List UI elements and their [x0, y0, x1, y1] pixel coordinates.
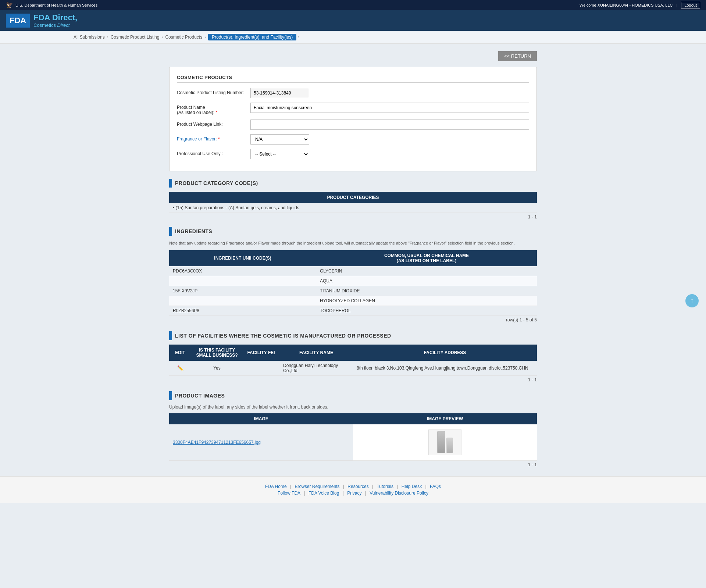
ingredients-header: INGREDIENTS [169, 227, 537, 236]
product-images-header: PRODUCT IMAGES [169, 391, 537, 400]
hhs-eagle-icon: 🦅 [6, 1, 13, 8]
ingredients-section: INGREDIENTS Note that any update regardi… [169, 227, 537, 324]
listing-number-label: Cosmetic Product Listing Number: [177, 88, 250, 95]
footer-help-desk[interactable]: Help Desk [402, 484, 422, 489]
product-categories-header: PRODUCT CATEGORIES [169, 192, 537, 203]
ingredients-table: INGREDIENT UNII CODE(S) COMMON, USUAL OR… [169, 250, 537, 316]
return-btn-row: << RETURN [169, 51, 537, 61]
product-images-note: Upload image(s) of the label, any sides … [169, 405, 537, 410]
product-images-title: PRODUCT IMAGES [175, 393, 225, 399]
ingredients-title: INGREDIENTS [175, 228, 212, 234]
webpage-link-label: Product Webpage Link: [177, 120, 250, 127]
professional-use-label: Professional Use Only : [177, 149, 250, 156]
image-header: IMAGE [169, 413, 353, 424]
ingredient-name-cell: AQUA [316, 276, 537, 286]
footer-resources[interactable]: Resources [347, 484, 368, 489]
edit-cell: ✏️ [169, 361, 191, 376]
blue-bar-icon-2 [169, 227, 172, 236]
logout-button[interactable]: Logout [681, 2, 700, 8]
footer-privacy[interactable]: Privacy [347, 491, 361, 496]
table-row: 3300F4AE41F9427394711213FE656657.jpg [169, 424, 537, 461]
ingredient-name-cell: GLYCERIN [316, 266, 537, 276]
blue-bar-icon [169, 179, 172, 188]
webpage-link-input[interactable] [250, 120, 529, 130]
return-button[interactable]: << RETURN [498, 51, 537, 61]
footer-fda-voice-blog[interactable]: FDA Voice Blog [309, 491, 339, 496]
ingredients-pagination: row(s) 1 - 5 of 5 [169, 316, 537, 324]
main-content: << RETURN COSMETIC PRODUCTS Cosmetic Pro… [169, 51, 537, 469]
product-image-preview [425, 427, 464, 458]
unii-header: INGREDIENT UNII CODE(S) [169, 250, 316, 266]
footer-browser-requirements[interactable]: Browser Requirements [295, 484, 339, 489]
fda-header: FDA FDA Direct, Cosmetics Direct [0, 10, 706, 31]
footer-follow-fda[interactable]: Follow FDA [278, 491, 300, 496]
fragrance-row: Fragrance or Flavor: * N/A Fragrance Fla… [177, 134, 529, 145]
category-pagination: 1 - 1 [169, 213, 537, 221]
cosmetic-products-card: COSMETIC PRODUCTS Cosmetic Product Listi… [169, 67, 537, 171]
image-file-link[interactable]: 3300F4AE41F9427394711213FE656657.jpg [173, 440, 261, 445]
product-images-section: PRODUCT IMAGES Upload image(s) of the la… [169, 391, 537, 469]
unii-cell: R0ZB2556P8 [169, 306, 316, 316]
facilities-title: LIST OF FACILITIES WHERE THE COSMETIC IS… [175, 333, 391, 339]
footer-fda-home[interactable]: FDA Home [265, 484, 287, 489]
ingredient-name-header: COMMON, USUAL OR CHEMICAL NAME(AS LISTED… [316, 250, 537, 266]
fragrance-link[interactable]: Fragrance or Flavor: [177, 136, 217, 142]
breadcrumb-all-submissions[interactable]: All Submissions [74, 35, 105, 40]
gov-bar: 🦅 U.S. Department of Health & Human Serv… [0, 0, 706, 10]
fei-cell [243, 361, 279, 376]
product-images-table: IMAGE IMAGE PREVIEW 3300F4AE41F942739471… [169, 413, 537, 461]
footer-row-2: Follow FDA | FDA Voice Blog | Privacy | … [6, 491, 700, 496]
image-preview-cell [353, 424, 537, 461]
preview-header: IMAGE PREVIEW [353, 413, 537, 424]
ingredient-name-cell: HYDROLYZED COLLAGEN [316, 296, 537, 306]
ingredient-name-cell: TITANIUM DIOXIDE [316, 286, 537, 296]
footer-vulnerability-disclosure[interactable]: Vulnerability Disclosure Policy [370, 491, 428, 496]
separator: | [676, 3, 677, 7]
scroll-top-button[interactable]: ↑ [685, 294, 699, 307]
listing-number-input[interactable] [250, 88, 309, 98]
fda-brand: FDA Direct, Cosmetics Direct [33, 13, 77, 28]
brand-main: FDA Direct, [33, 13, 77, 22]
brand-main-text: FDA Direct, [33, 13, 77, 22]
product-category-section: PRODUCT CATEGORY CODE(S) PRODUCT CATEGOR… [169, 179, 537, 221]
edit-icon[interactable]: ✏️ [177, 365, 183, 371]
edit-header: EDIT [169, 345, 191, 361]
webpage-link-row: Product Webpage Link: [177, 120, 529, 130]
ingredient-name-cell: TOCOPHEROL [316, 306, 537, 316]
fda-logo: FDA [6, 14, 30, 28]
product-name-input[interactable] [250, 103, 529, 113]
bottle-tall [437, 431, 445, 453]
fei-header: FACILITY FEI [243, 345, 279, 361]
professional-use-row: Professional Use Only : -- Select -- Yes… [177, 149, 529, 159]
facility-address-header: FACILITY ADDRESS [353, 345, 537, 361]
table-row: AQUA [169, 276, 537, 286]
product-category-title: PRODUCT CATEGORY CODE(S) [175, 180, 258, 186]
breadcrumb: All Submissions › Cosmetic Product Listi… [0, 31, 706, 44]
table-row: ✏️ Yes Dongguan Halyi Technology Co.,Ltd… [169, 361, 537, 376]
unii-cell: 15FIX9V2JP [169, 286, 316, 296]
small-business-header: IS THIS FACILITY SMALL BUSINESS? [191, 345, 243, 361]
professional-use-select[interactable]: -- Select -- Yes No [250, 149, 309, 159]
facility-name-cell: Dongguan Halyi Technology Co.,Ltd. [279, 361, 353, 376]
footer-tutorials[interactable]: Tutorials [377, 484, 393, 489]
listing-number-row: Cosmetic Product Listing Number: [177, 88, 529, 98]
table-row: HYDROLYZED COLLAGEN [169, 296, 537, 306]
breadcrumb-cosmetic-products[interactable]: Cosmetic Products [165, 35, 202, 40]
brand-sub-text: Cosmetics Direct [33, 22, 69, 28]
fragrance-label: Fragrance or Flavor: * [177, 134, 250, 142]
product-category-header: PRODUCT CATEGORY CODE(S) [169, 179, 537, 188]
category-cell: • (15) Suntan preparations - (A) Suntan … [169, 203, 537, 213]
table-row: 15FIX9V2JP TITANIUM DIOXIDE [169, 286, 537, 296]
fragrance-select[interactable]: N/A Fragrance Flavor Both [250, 134, 309, 145]
facility-address-cell: 8th floor, black 3,No.103,Qingfeng Ave,H… [353, 361, 537, 376]
agency-name: U.S. Department of Health & Human Servic… [15, 3, 97, 7]
footer-faqs[interactable]: FAQs [430, 484, 441, 489]
unii-cell [169, 296, 316, 306]
unii-cell [169, 276, 316, 286]
image-filename-cell: 3300F4AE41F9427394711213FE656657.jpg [169, 424, 353, 461]
cosmetic-products-title: COSMETIC PRODUCTS [177, 75, 529, 83]
table-row: R0ZB2556P8 TOCOPHEROL [169, 306, 537, 316]
bottle-short [446, 438, 453, 453]
footer: FDA Home | Browser Requirements | Resour… [0, 476, 706, 503]
breadcrumb-product-listing[interactable]: Cosmetic Product Listing [111, 35, 160, 40]
